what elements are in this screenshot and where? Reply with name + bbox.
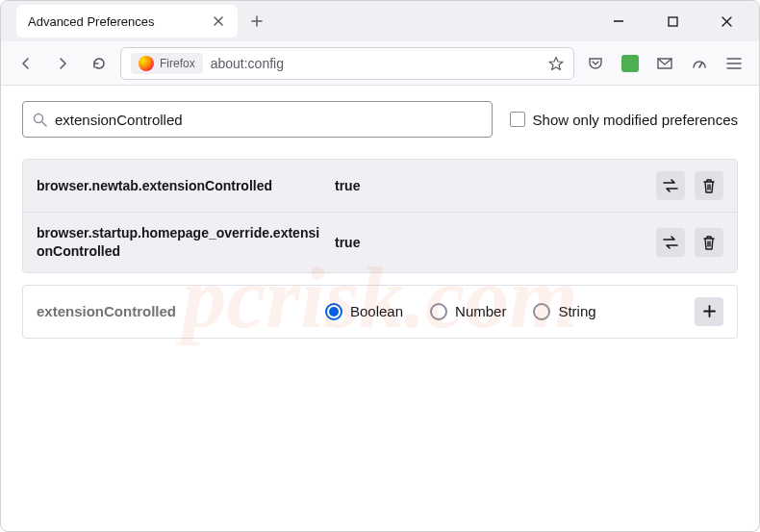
back-button[interactable]: [11, 48, 41, 79]
bookmark-star-icon[interactable]: [548, 56, 564, 71]
toggle-button[interactable]: [656, 171, 685, 200]
maximize-button[interactable]: [655, 8, 690, 35]
firefox-icon: [139, 56, 154, 71]
pref-row: browser.newtab.extensionControlled true: [23, 160, 737, 212]
radio-label: Boolean: [350, 303, 403, 319]
type-radio-group: Boolean Number String: [325, 303, 685, 320]
delete-button[interactable]: [695, 228, 723, 257]
browser-window: Advanced Preferences: [0, 0, 760, 532]
prefs-list: browser.newtab.extensionControlled true …: [22, 159, 738, 273]
search-box[interactable]: [22, 101, 493, 138]
menu-button[interactable]: [719, 48, 749, 79]
pref-row: browser.startup.homepage_override.extens…: [23, 212, 737, 272]
new-pref-name: extensionControlled: [37, 303, 316, 319]
firefox-label: Firefox: [160, 57, 195, 70]
navbar: Firefox about:config: [1, 41, 759, 86]
pocket-icon[interactable]: [580, 48, 611, 79]
radio-boolean[interactable]: Boolean: [325, 303, 403, 320]
pref-name: browser.newtab.extensionControlled: [37, 177, 325, 195]
pref-value: true: [335, 178, 646, 193]
pref-name: browser.startup.homepage_override.extens…: [37, 224, 325, 261]
search-icon: [33, 113, 47, 127]
radio-icon: [430, 303, 447, 320]
add-pref-button[interactable]: [695, 297, 723, 326]
svg-rect-0: [669, 17, 677, 26]
meter-icon[interactable]: [684, 48, 715, 79]
svg-point-1: [35, 114, 43, 122]
radio-icon: [533, 303, 550, 320]
inbox-icon[interactable]: [649, 48, 680, 79]
window-controls: [601, 8, 751, 35]
new-tab-button[interactable]: [243, 8, 270, 35]
close-tab-icon[interactable]: [211, 13, 226, 29]
radio-label: Number: [455, 303, 506, 319]
close-window-button[interactable]: [709, 8, 744, 35]
toggle-button[interactable]: [656, 228, 685, 257]
radio-string[interactable]: String: [533, 303, 595, 320]
show-modified-checkbox[interactable]: Show only modified preferences: [510, 112, 738, 128]
radio-label: String: [558, 303, 595, 319]
pref-value: true: [335, 235, 646, 250]
content: Show only modified preferences browser.n…: [1, 86, 759, 354]
tab-title: Advanced Preferences: [28, 14, 203, 29]
delete-button[interactable]: [695, 171, 723, 200]
show-modified-label: Show only modified preferences: [533, 112, 738, 128]
reload-button[interactable]: [84, 48, 114, 79]
search-row: Show only modified preferences: [22, 101, 738, 138]
radio-number[interactable]: Number: [430, 303, 506, 320]
firefox-badge: Firefox: [131, 53, 203, 74]
titlebar: Advanced Preferences: [1, 1, 759, 41]
urlbar[interactable]: Firefox about:config: [120, 47, 574, 80]
new-pref-row: extensionControlled Boolean Number Strin…: [22, 285, 738, 339]
radio-icon: [325, 303, 342, 320]
forward-button[interactable]: [47, 48, 78, 79]
toolbar-icons: [580, 48, 749, 79]
minimize-button[interactable]: [601, 8, 636, 35]
browser-tab[interactable]: Advanced Preferences: [16, 5, 238, 38]
url-text: about:config: [211, 56, 541, 71]
extension-icon[interactable]: [615, 48, 646, 79]
checkbox-icon: [510, 112, 525, 127]
search-input[interactable]: [55, 112, 482, 128]
